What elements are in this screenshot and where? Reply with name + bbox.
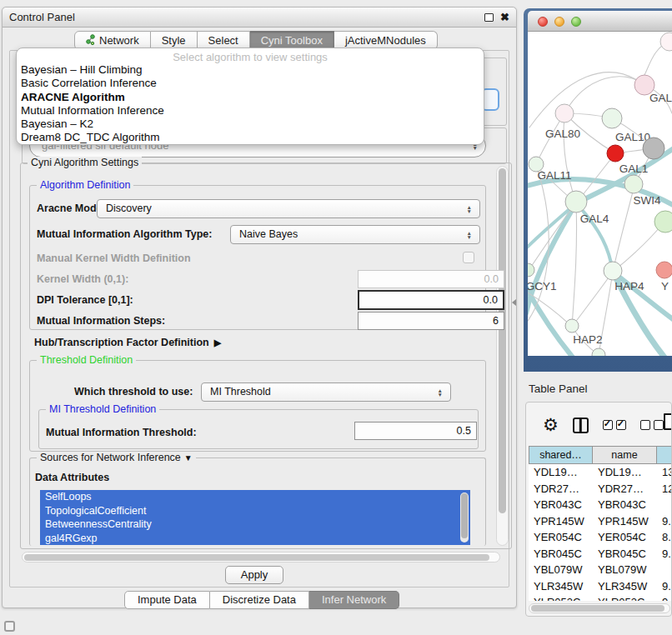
network-edge[interactable] xyxy=(572,272,613,327)
attributes-list-scrollbar[interactable] xyxy=(460,492,469,542)
settings-hscroll-thumb[interactable] xyxy=(24,554,489,561)
table-row[interactable]: YLR053CYLR053C9. xyxy=(529,594,672,601)
table-row[interactable]: YBR043CYBR043C xyxy=(529,497,672,513)
attribute-item[interactable]: TopologicalCoefficient xyxy=(40,504,470,518)
table-header-row: shared…nameA xyxy=(529,446,672,464)
network-node[interactable] xyxy=(604,262,622,280)
table-column-header[interactable]: name xyxy=(593,446,657,464)
table-row[interactable]: YER054CYER054C8. xyxy=(529,529,672,546)
settings-vertical-scrollbar[interactable] xyxy=(496,166,509,546)
which-threshold-combo[interactable]: MI Threshold ▲▼ xyxy=(201,382,451,402)
node-label: GAL2 xyxy=(649,92,672,104)
minimize-traffic-icon[interactable] xyxy=(554,17,564,27)
gear-icon[interactable]: ⚙ xyxy=(543,415,559,435)
table-row[interactable]: YLR345WYLR345W9. xyxy=(529,578,672,595)
kernel-width-field[interactable]: 0.0 xyxy=(358,270,504,288)
hub-definition-label: Hub/Transcription Factor Definition xyxy=(34,337,209,348)
new-table-icon[interactable] xyxy=(664,413,672,430)
settings-group-title: Cyni Algorithm Settings xyxy=(28,157,142,168)
table-row[interactable]: YBL079WYBL079W xyxy=(529,562,672,578)
tab-label: jActiveMNodules xyxy=(345,34,426,47)
network-edge[interactable] xyxy=(613,222,664,272)
float-panel-icon[interactable] xyxy=(484,13,494,22)
expand-right-icon: ▶ xyxy=(214,338,221,348)
table-horizontal-scrollbar[interactable] xyxy=(529,603,670,613)
zoom-traffic-icon[interactable] xyxy=(571,17,581,27)
close-panel-icon[interactable]: ✖ xyxy=(500,10,509,25)
deselect-all-icon[interactable] xyxy=(640,420,664,430)
table-column-header[interactable]: shared… xyxy=(529,446,593,464)
network-node[interactable] xyxy=(607,145,624,162)
combo-spinner-icon: ▲▼ xyxy=(467,205,472,213)
network-edge[interactable] xyxy=(572,203,577,327)
popup-item[interactable]: Basic Correlation Inference xyxy=(17,77,484,90)
panel-splitter-handle[interactable] xyxy=(512,299,516,306)
manual-kernel-checkbox[interactable] xyxy=(463,252,474,263)
bottom-tab-discretize-data[interactable]: Discretize Data xyxy=(210,591,309,609)
data-attributes-list[interactable]: SelfLoopsTopologicalCoefficientBetweenne… xyxy=(40,490,470,545)
network-canvas[interactable]: GAL2GAL80GAL10GAL1GAL11SWI4GAL4GCY1HAP4Y… xyxy=(528,32,672,356)
table-row[interactable]: YBR045CYBR045C9. xyxy=(529,546,672,562)
hub-definition-toggle[interactable]: Hub/Transcription Factor Definition▶ xyxy=(34,337,221,348)
combo-spinner-icon: ▲▼ xyxy=(467,231,472,239)
manual-kernel-label: Manual Kernel Width Definition xyxy=(37,252,191,264)
table-hscroll-thumb[interactable] xyxy=(531,605,664,612)
network-node[interactable] xyxy=(565,319,579,332)
network-edge[interactable] xyxy=(613,272,672,322)
network-edge[interactable] xyxy=(613,185,634,272)
network-node[interactable] xyxy=(660,32,672,51)
table-panel-title: Table Panel xyxy=(529,382,588,395)
settings-horizontal-scrollbar[interactable] xyxy=(22,552,500,562)
network-node[interactable] xyxy=(528,263,534,277)
bottom-tab-impute-data[interactable]: Impute Data xyxy=(124,591,210,609)
table-cell: YBR043C xyxy=(529,497,593,513)
popup-item[interactable]: Mutual Information Inference xyxy=(17,104,484,118)
column-layout-icon[interactable] xyxy=(573,418,589,433)
node-label: GCY1 xyxy=(528,280,556,292)
mi-steps-field[interactable]: 6 xyxy=(358,312,504,330)
table-row[interactable]: YDL19…YDL19…13 xyxy=(529,464,672,481)
table-row[interactable]: YDR27…YDR27…12 xyxy=(529,481,672,498)
network-node[interactable] xyxy=(602,108,622,128)
mi-algorithm-type-label: Mutual Information Algorithm Type: xyxy=(37,228,212,240)
network-node[interactable] xyxy=(656,262,672,278)
network-edge[interactable] xyxy=(529,72,644,128)
table-row[interactable]: YPR145WYPR145W9. xyxy=(529,513,672,530)
network-node[interactable] xyxy=(624,175,643,193)
table-cell: 13 xyxy=(657,464,672,481)
node-table: shared…nameA xyxy=(529,446,672,464)
dpi-tolerance-field[interactable]: 0.0 xyxy=(358,290,504,310)
popup-item[interactable]: ARACNE Algorithm xyxy=(17,91,484,104)
close-traffic-icon[interactable] xyxy=(538,17,548,27)
mi-algorithm-type-combo[interactable]: Naive Bayes ▲▼ xyxy=(230,225,480,244)
table-column-header[interactable]: A xyxy=(657,446,672,464)
network-node[interactable] xyxy=(654,211,672,232)
network-edge[interactable] xyxy=(528,282,574,356)
network-node[interactable] xyxy=(555,104,574,122)
attribute-item[interactable]: BetweennessCentrality xyxy=(40,518,470,532)
aracne-mode-combo[interactable]: Discovery ▲▼ xyxy=(97,199,480,218)
network-node[interactable] xyxy=(592,348,605,356)
popup-item[interactable]: Bayesian – Hill Climbing xyxy=(17,63,484,77)
table-panel: ⚙ shared…nameA YDL19…YDL19…13YDR27…YDR27… xyxy=(525,402,672,617)
sources-group-title[interactable]: Sources for Network Inference▼ xyxy=(37,452,196,463)
mi-threshold-label: Mutual Information Threshold: xyxy=(46,427,197,438)
collapsed-panel-icon[interactable] xyxy=(4,621,15,632)
popup-item[interactable]: Dream8 DC_TDC Algorithm xyxy=(17,131,484,144)
table-cell: YBR045C xyxy=(593,546,657,562)
attributes-scroll-thumb[interactable] xyxy=(461,493,468,538)
attribute-item[interactable]: gal4RGexp xyxy=(40,532,470,546)
settings-scroll-thumb[interactable] xyxy=(499,168,506,513)
popup-item[interactable]: Bayesian – K2 xyxy=(17,118,484,131)
table-cell: YLR053C xyxy=(593,594,657,601)
network-node[interactable] xyxy=(565,191,587,212)
table-cell: 12 xyxy=(657,481,672,498)
mi-threshold-field[interactable]: 0.5 xyxy=(354,422,477,440)
network-node[interactable] xyxy=(643,138,664,159)
attribute-item[interactable]: SelfLoops xyxy=(40,490,470,504)
combo-spinner-icon: ▲▼ xyxy=(438,388,443,397)
select-all-icon[interactable] xyxy=(603,420,626,430)
bottom-tab-infer-network[interactable]: Infer Network xyxy=(309,591,399,609)
table-cell: 9. xyxy=(657,594,672,601)
apply-button[interactable]: Apply xyxy=(225,566,283,584)
